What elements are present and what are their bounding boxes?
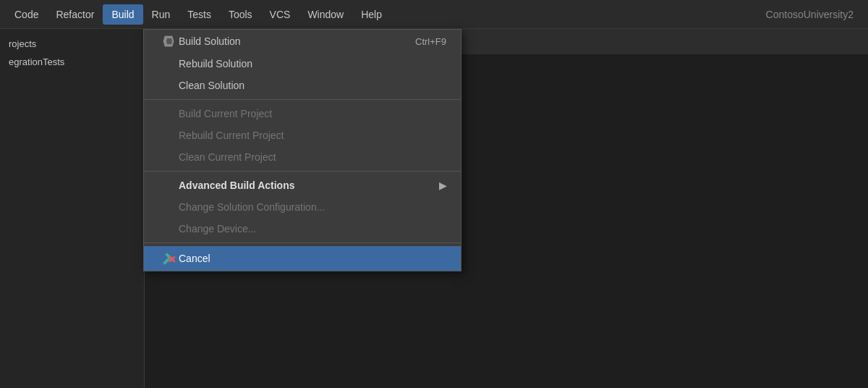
svg-marker-1 <box>166 38 172 44</box>
advanced-build-label: Advanced Build Actions <box>179 180 295 191</box>
cancel-icon-area <box>158 251 179 266</box>
build-current-label: Build Current Project <box>179 108 272 119</box>
menu-run[interactable]: Run <box>143 4 179 25</box>
separator-3 <box>144 242 461 243</box>
clean-solution-label: Clean Solution <box>179 80 244 91</box>
rebuild-solution-label: Rebuild Solution <box>179 58 252 69</box>
menu-tools[interactable]: Tools <box>220 4 261 25</box>
menu-tests[interactable]: Tests <box>179 4 220 25</box>
cancel-label: Cancel <box>179 253 210 264</box>
menu-window[interactable]: Window <box>299 4 352 25</box>
menu-help[interactable]: Help <box>352 4 391 25</box>
svg-rect-2 <box>163 258 170 265</box>
menu-vcs[interactable]: VCS <box>261 4 299 25</box>
menu-change-device[interactable]: Change Device... <box>144 218 461 240</box>
rebuild-current-label: Rebuild Current Project <box>179 130 284 141</box>
menu-build[interactable]: Build <box>103 4 142 25</box>
menu-advanced-build[interactable]: Advanced Build Actions ▶ <box>144 174 461 196</box>
menubar: Code Refactor Build Run Tests Tools VCS … <box>0 0 868 29</box>
menu-cancel[interactable]: Cancel <box>144 246 461 271</box>
menu-change-config[interactable]: Change Solution Configuration... <box>144 196 461 218</box>
build-solution-shortcut: Ctrl+F9 <box>415 36 446 47</box>
menu-rebuild-current[interactable]: Rebuild Current Project <box>144 125 461 146</box>
change-config-label: Change Solution Configuration... <box>179 201 325 213</box>
sidebar: rojects egrationTests <box>0 29 145 388</box>
menu-clean-current[interactable]: Clean Current Project <box>144 146 461 168</box>
build-solution-label: Build Solution <box>179 35 241 47</box>
sidebar-projects: rojects <box>0 35 144 53</box>
menu-build-solution[interactable]: Build Solution Ctrl+F9 <box>144 30 461 53</box>
window-title: ContosoUniversity2 <box>766 9 862 20</box>
separator-1 <box>144 99 461 100</box>
submenu-arrow-icon: ▶ <box>439 180 446 191</box>
menu-refactor[interactable]: Refactor <box>47 4 103 25</box>
change-device-label: Change Device... <box>179 223 256 235</box>
menu-code[interactable]: Code <box>6 4 47 25</box>
build-dropdown-menu: Build Solution Ctrl+F9 Rebuild Solution … <box>143 29 461 271</box>
menu-rebuild-solution[interactable]: Rebuild Solution <box>144 53 461 75</box>
menu-clean-solution[interactable]: Clean Solution <box>144 75 461 96</box>
clean-current-label: Clean Current Project <box>179 151 276 163</box>
separator-2 <box>144 171 461 172</box>
build-icon <box>158 35 179 48</box>
menu-build-current[interactable]: Build Current Project <box>144 103 461 125</box>
sidebar-integrationtests: egrationTests <box>0 53 144 71</box>
